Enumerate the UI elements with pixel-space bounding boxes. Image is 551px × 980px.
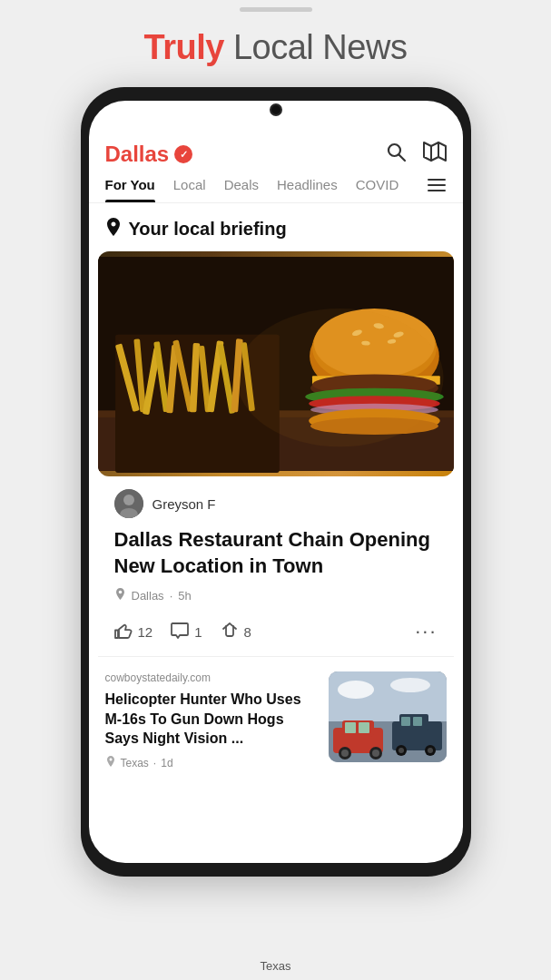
article-dot: · [170,589,173,603]
header-icons [385,141,447,168]
secondary-article[interactable]: cowboystatedaily.com Helicopter Hunter W… [89,657,463,785]
map-icon[interactable] [423,141,447,168]
featured-image [98,251,454,476]
svg-line-1 [398,155,405,162]
share-icon [221,622,239,642]
search-icon[interactable] [385,141,407,168]
city-name-label: Dallas [105,142,170,167]
page-headline: Truly Local News [144,28,408,67]
tab-covid[interactable]: COVID [356,177,399,201]
city-selector[interactable]: Dallas ✓ [105,142,193,167]
svg-point-56 [372,750,379,757]
article-title[interactable]: Dallas Restaurant Chain Opening New Loca… [98,524,454,584]
secondary-title: Helicopter Hunter Who Uses M-16s To Gun … [105,690,318,749]
like-count: 12 [138,624,153,640]
article-location-icon [114,588,126,603]
secondary-source: cowboystatedaily.com [105,671,318,684]
article-meta: Dallas · 5h [98,584,454,612]
svg-marker-2 [424,142,446,161]
briefing-title: Your local briefing [129,219,287,240]
svg-point-64 [428,748,433,753]
comment-button[interactable]: 1 [171,622,202,642]
comment-icon [171,622,189,642]
secondary-meta: Texas · 1d [105,756,318,770]
author-row: Greyson F [98,476,454,524]
article-location: Dallas [132,589,164,603]
svg-point-54 [341,750,349,757]
camera-notch [270,103,282,116]
bottom-location-label: Texas [261,959,291,973]
page-background: Truly Local News Dallas ✓ [0,0,551,980]
phone-frame: Dallas ✓ [81,87,471,877]
secondary-dot: · [153,757,156,769]
nav-tabs: For You Local Deals Headlines COVID [89,175,463,203]
like-button[interactable]: 12 [114,622,153,642]
headline-truly: Truly [144,28,224,66]
comment-count: 1 [194,624,202,640]
briefing-header: Your local briefing [89,203,463,251]
app-header: Dallas ✓ [89,137,463,175]
share-button[interactable]: 8 [221,622,251,642]
like-icon [114,622,133,642]
secondary-location: Texas [121,757,149,769]
secondary-time: 1d [161,757,172,769]
svg-rect-51 [345,722,356,733]
engagement-row: 12 1 [98,612,454,657]
author-name: Greyson F [153,496,216,512]
tab-for-you[interactable]: For You [105,177,155,201]
secondary-image [329,671,447,762]
svg-rect-52 [359,722,369,733]
content-area[interactable]: Your local briefing [89,203,463,863]
headline-suffix: Local News [224,28,407,66]
drag-indicator [240,7,312,12]
phone-screen: Dallas ✓ [89,101,463,863]
author-avatar [114,489,143,518]
tab-local[interactable]: Local [173,177,206,201]
verified-badge: ✓ [174,145,192,163]
svg-point-40 [236,309,443,446]
secondary-location-icon [105,756,116,770]
more-tabs-button[interactable] [427,175,447,202]
svg-rect-59 [401,717,410,726]
location-pin-icon [105,218,122,240]
svg-point-42 [123,495,134,505]
svg-point-47 [338,681,374,699]
svg-point-62 [398,748,404,753]
svg-rect-60 [413,717,422,726]
tab-deals[interactable]: Deals [224,177,259,201]
secondary-article-text: cowboystatedaily.com Helicopter Hunter W… [105,671,318,770]
featured-article[interactable]: Greyson F Dallas Restaurant Chain Openin… [89,251,463,657]
article-time: 5h [178,589,191,603]
svg-point-48 [390,678,430,692]
more-options-button[interactable]: ··· [415,620,437,643]
share-count: 8 [244,624,251,640]
tab-headlines[interactable]: Headlines [277,177,338,201]
